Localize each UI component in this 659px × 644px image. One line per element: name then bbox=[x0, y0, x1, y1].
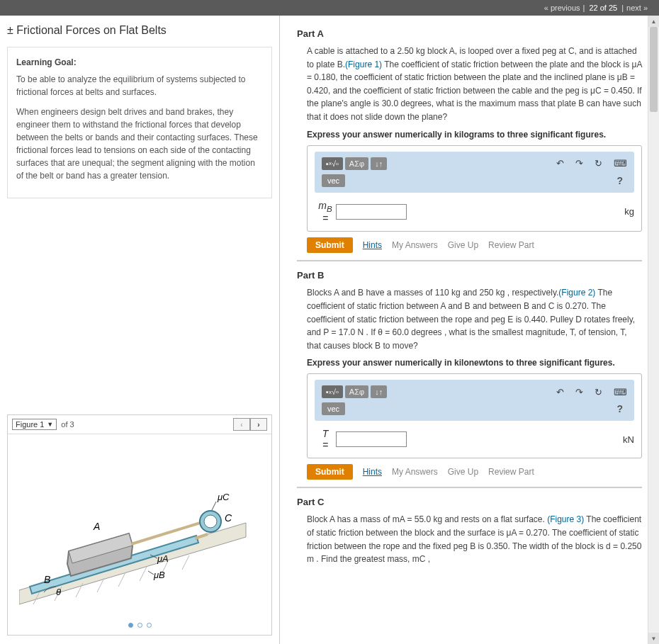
redo-icon-b[interactable]: ↷ bbox=[575, 387, 583, 397]
arrows-button-b[interactable]: ↓↑ bbox=[371, 385, 387, 398]
part-a-review[interactable]: Review Part bbox=[488, 240, 534, 250]
dot-1[interactable] bbox=[128, 623, 133, 628]
part-a-submit-button[interactable]: Submit bbox=[307, 237, 353, 253]
part-b-hints-link[interactable]: Hints bbox=[363, 467, 382, 477]
page-title: ± Frictional Forces on Flat Belts bbox=[7, 24, 272, 37]
help-icon[interactable]: ? bbox=[616, 175, 627, 186]
vec-button[interactable]: vec bbox=[322, 174, 345, 187]
svg-text:θ: θ bbox=[56, 587, 61, 597]
svg-point-15 bbox=[204, 515, 217, 528]
part-b-review[interactable]: Review Part bbox=[488, 467, 534, 477]
part-a-label: Part A bbox=[297, 28, 642, 39]
greek-button-b[interactable]: ΑΣφ bbox=[345, 385, 368, 398]
part-b: Part B Blocks A and B have a masses of 1… bbox=[297, 261, 642, 480]
figure-prev-button[interactable]: ‹ bbox=[233, 418, 250, 431]
part-c-question: Block A has a mass of mA = 55.0 kg and r… bbox=[307, 513, 642, 565]
part-b-question: Blocks A and B have a masses of 110 kg a… bbox=[307, 286, 642, 352]
page-counter: 22 of 25 bbox=[589, 4, 617, 12]
part-a-answer-box: ▪ x√▫ ΑΣφ ↓↑ ↶ ↷ ↻ ⌨ vec ? bbox=[307, 145, 642, 232]
keyboard-icon[interactable]: ⌨ bbox=[614, 158, 627, 169]
part-a-give-up[interactable]: Give Up bbox=[448, 240, 478, 250]
part-b-label: Part B bbox=[297, 270, 642, 281]
keyboard-icon-b[interactable]: ⌨ bbox=[614, 387, 627, 397]
svg-line-25 bbox=[148, 571, 154, 575]
scroll-thumb[interactable] bbox=[650, 27, 658, 112]
svg-text:μB: μB bbox=[153, 570, 165, 580]
figure-3-link[interactable]: (Figure 3) bbox=[547, 514, 584, 524]
svg-text:μC: μC bbox=[217, 492, 230, 502]
scrollbar[interactable]: ▲ ▼ bbox=[648, 16, 659, 644]
dot-3[interactable] bbox=[147, 623, 152, 628]
reset-icon-b[interactable]: ↻ bbox=[595, 387, 602, 397]
arrows-button[interactable]: ↓↑ bbox=[371, 157, 387, 170]
part-a-instruction: Express your answer numerically in kilog… bbox=[307, 130, 642, 140]
part-b-variable: T= bbox=[315, 428, 336, 451]
figure-of-label: of 3 bbox=[61, 420, 74, 429]
help-icon-b[interactable]: ? bbox=[616, 403, 627, 414]
right-column: Part A A cable is attached to a 2.50 kg … bbox=[280, 16, 659, 644]
part-a-unit: kg bbox=[624, 206, 634, 217]
dot-2[interactable] bbox=[137, 623, 142, 628]
svg-text:μA: μA bbox=[157, 553, 169, 564]
greek-button[interactable]: ΑΣφ bbox=[345, 157, 368, 170]
part-b-input[interactable] bbox=[336, 431, 407, 447]
learning-goal-text-1: To be able to analyze the equilibrium of… bbox=[16, 73, 263, 98]
part-b-my-answers[interactable]: My Answers bbox=[392, 467, 438, 477]
figure-select[interactable]: Figure 1▼ bbox=[12, 419, 57, 430]
reset-icon[interactable]: ↻ bbox=[595, 158, 602, 169]
template-button[interactable]: ▪ x√▫ bbox=[322, 157, 343, 170]
previous-link[interactable]: « previous bbox=[544, 4, 580, 12]
figure-dots bbox=[8, 618, 271, 635]
learning-goal-text-2: When engineers design belt drives and ba… bbox=[16, 106, 263, 182]
vec-button-b[interactable]: vec bbox=[322, 402, 345, 415]
part-a-my-answers[interactable]: My Answers bbox=[392, 240, 438, 250]
part-c-label: Part C bbox=[297, 497, 642, 507]
top-nav-bar: « previous | 22 of 25 | next » bbox=[0, 0, 659, 16]
part-a-input[interactable] bbox=[336, 204, 407, 220]
part-b-unit: kN bbox=[623, 434, 634, 445]
next-link[interactable]: next » bbox=[626, 4, 648, 12]
part-a-hints-link[interactable]: Hints bbox=[363, 240, 382, 250]
svg-line-6 bbox=[140, 567, 147, 581]
part-a: Part A A cable is attached to a 2.50 kg … bbox=[297, 28, 642, 253]
figure-panel: Figure 1▼ of 3 ‹ › bbox=[7, 414, 272, 635]
svg-line-23 bbox=[212, 502, 216, 510]
figure-1-link[interactable]: (Figure 1) bbox=[345, 60, 382, 69]
learning-goal-label: Learning Goal: bbox=[16, 56, 263, 69]
figure-image: A B C μC μA μB θ bbox=[8, 434, 271, 618]
chevron-down-icon: ▼ bbox=[47, 421, 53, 428]
part-a-question: A cable is attached to a 2.50 kg block A… bbox=[307, 45, 642, 124]
scroll-down-icon[interactable]: ▼ bbox=[648, 633, 659, 644]
part-b-submit-button[interactable]: Submit bbox=[307, 464, 353, 480]
svg-line-8 bbox=[182, 555, 189, 570]
left-column: ± Frictional Forces on Flat Belts Learni… bbox=[0, 16, 280, 644]
part-c: Part C Block A has a mass of mA = 55.0 k… bbox=[297, 487, 642, 565]
part-b-answer-box: ▪ x√▫ ΑΣφ ↓↑ ↶ ↷ ↻ ⌨ vec ? bbox=[307, 373, 642, 458]
undo-icon[interactable]: ↶ bbox=[556, 158, 564, 169]
figure-next-button[interactable]: › bbox=[250, 418, 267, 431]
part-b-give-up[interactable]: Give Up bbox=[448, 467, 478, 477]
part-b-instruction: Express your answer numerically in kilon… bbox=[307, 358, 642, 368]
svg-text:B: B bbox=[44, 574, 50, 585]
learning-goal-box: Learning Goal: To be able to analyze the… bbox=[7, 47, 272, 198]
figure-2-link[interactable]: (Figure 2) bbox=[558, 288, 595, 298]
scroll-up-icon[interactable]: ▲ bbox=[648, 16, 659, 27]
undo-icon-b[interactable]: ↶ bbox=[556, 387, 564, 397]
template-button-b[interactable]: ▪ x√▫ bbox=[322, 385, 343, 398]
svg-text:C: C bbox=[225, 512, 232, 524]
redo-icon[interactable]: ↷ bbox=[575, 158, 583, 169]
part-a-variable: mB= bbox=[315, 200, 336, 225]
svg-text:A: A bbox=[93, 521, 100, 532]
